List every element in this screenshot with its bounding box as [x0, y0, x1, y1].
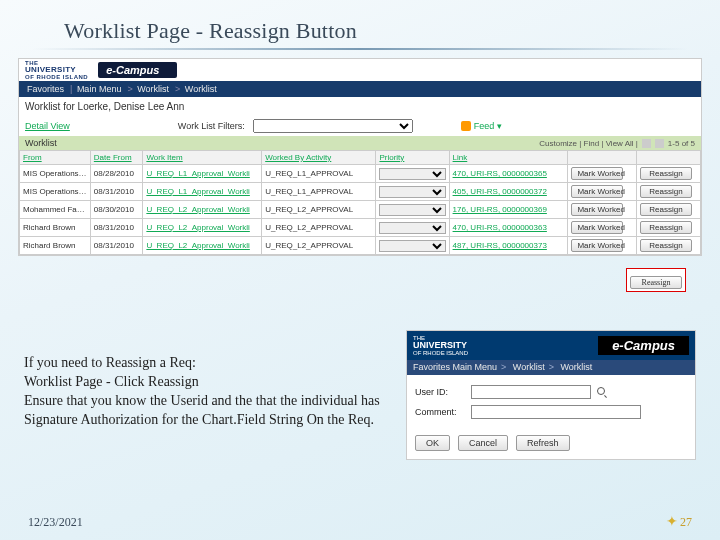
cell-activity: U_REQ_L2_APPROVAL — [262, 237, 376, 255]
reassign-button[interactable]: Reassign — [640, 167, 692, 180]
cell-item: U_REQ_L1_Approval_Workli — [143, 183, 262, 201]
instructions-text: If you need to Reassign a Req: Worklist … — [24, 354, 394, 430]
priority-select[interactable] — [379, 186, 445, 198]
grid-header-bar: Worklist Customize | Find | View All | 1… — [19, 136, 701, 150]
table-row: Richard Brown08/31/2010U_REQ_L2_Approval… — [20, 219, 701, 237]
instruction-line: If you need to Reassign a Req: — [24, 354, 394, 373]
grid-count: 1-5 of 5 — [668, 139, 695, 148]
priority-select[interactable] — [379, 222, 445, 234]
grid-download-icon[interactable] — [655, 139, 664, 148]
crumb2-favorites[interactable]: Favorites — [413, 362, 450, 372]
cell-from: Richard Brown — [20, 237, 91, 255]
cell-item: U_REQ_L2_Approval_Workli — [143, 201, 262, 219]
detail-view-link[interactable]: Detail View — [25, 121, 70, 131]
mark-worked-button[interactable]: Mark Worked — [571, 185, 623, 198]
cell-mark: Mark Worked — [568, 237, 637, 255]
comment-input[interactable] — [471, 405, 641, 419]
crumb-worklist-page[interactable]: Worklist — [185, 84, 217, 94]
col-worked-by-activity[interactable]: Worked By Activity — [262, 151, 376, 165]
work-item-link[interactable]: U_REQ_L1_Approval_Workli — [146, 169, 249, 178]
col-date-from[interactable]: Date From — [90, 151, 143, 165]
cell-priority — [376, 165, 449, 183]
reassign-button[interactable]: Reassign — [640, 221, 692, 234]
worklist-table: From Date From Work Item Worked By Activ… — [19, 150, 701, 255]
cell-link: 487, URI-RS, 0000000373 — [449, 237, 568, 255]
col-from[interactable]: From — [20, 151, 91, 165]
cancel-button[interactable]: Cancel — [458, 435, 508, 451]
work-item-link[interactable]: U_REQ_L2_Approval_Workli — [146, 205, 249, 214]
grid-tools: Customize | Find | View All | 1-5 of 5 — [539, 139, 695, 148]
mark-worked-button[interactable]: Mark Worked — [571, 167, 623, 180]
breadcrumb: Favorites| Main Menu> Worklist> Worklist — [19, 81, 701, 97]
cell-reassign: Reassign — [636, 201, 700, 219]
cell-priority — [376, 201, 449, 219]
cell-reassign: Reassign — [636, 237, 700, 255]
table-row: Richard Brown08/31/2010U_REQ_L2_Approval… — [20, 237, 701, 255]
instruction-line: Ensure that you know the Userid and the … — [24, 392, 394, 430]
filters-label: Work List Filters: — [178, 121, 245, 131]
worklist-filter-select[interactable] — [253, 119, 413, 133]
cell-link: 405, URI-RS, 0000000372 — [449, 183, 568, 201]
row-link[interactable]: 176, URI-RS, 0000000369 — [453, 205, 547, 214]
work-item-link[interactable]: U_REQ_L1_Approval_Workli — [146, 187, 249, 196]
worklist-screenshot: THE UNIVERSITY OF RHODE ISLAND e-Campus … — [18, 58, 702, 256]
reassign-button[interactable]: Reassign — [640, 239, 692, 252]
slide-title: Worklist Page - Reassign Button — [0, 0, 720, 48]
feed-icon — [461, 121, 471, 131]
cell-from: Richard Brown — [20, 219, 91, 237]
ecampus-brand: e-Campus — [98, 62, 177, 78]
crumb2-worklist-page[interactable]: Worklist — [560, 362, 592, 372]
cell-date: 08/31/2010 — [90, 219, 143, 237]
userid-input[interactable] — [471, 385, 591, 399]
grid-tools-text[interactable]: Customize | Find | View All | — [539, 139, 638, 148]
priority-select[interactable] — [379, 168, 445, 180]
mark-worked-button[interactable]: Mark Worked — [571, 221, 623, 234]
grid-zoom-icon[interactable] — [642, 139, 651, 148]
footer-page-number: ✦27 — [666, 513, 692, 530]
cell-priority — [376, 219, 449, 237]
filter-bar: Detail View Work List Filters: Feed ▾ — [19, 116, 701, 136]
table-header-row: From Date From Work Item Worked By Activ… — [20, 151, 701, 165]
cell-link: 176, URI-RS, 0000000369 — [449, 201, 568, 219]
table-row: Mohammed Faghri08/30/2010U_REQ_L2_Approv… — [20, 201, 701, 219]
crumb-worklist[interactable]: Worklist — [137, 84, 169, 94]
dialog-header: THE UNIVERSITY OF RHODE ISLAND e-Campus — [407, 331, 695, 360]
row-link[interactable]: 470, URI-RS, 0000000363 — [453, 223, 547, 232]
feed-link[interactable]: Feed ▾ — [461, 121, 503, 131]
work-item-link[interactable]: U_REQ_L2_Approval_Workli — [146, 241, 249, 250]
crumb-main-menu[interactable]: Main Menu — [77, 84, 122, 94]
cell-date: 08/31/2010 — [90, 237, 143, 255]
app-header: THE UNIVERSITY OF RHODE ISLAND e-Campus — [19, 59, 701, 81]
refresh-button[interactable]: Refresh — [516, 435, 570, 451]
cell-activity: U_REQ_L2_APPROVAL — [262, 219, 376, 237]
cell-activity: U_REQ_L1_APPROVAL — [262, 183, 376, 201]
row-link[interactable]: 470, URI-RS, 0000000365 — [453, 169, 547, 178]
crumb-favorites[interactable]: Favorites — [27, 84, 64, 94]
row-link[interactable]: 405, URI-RS, 0000000372 — [453, 187, 547, 196]
col-priority[interactable]: Priority — [376, 151, 449, 165]
lookup-icon[interactable] — [597, 387, 607, 397]
mark-worked-button[interactable]: Mark Worked — [571, 239, 623, 252]
work-item-link[interactable]: U_REQ_L2_Approval_Workli — [146, 223, 249, 232]
priority-select[interactable] — [379, 204, 445, 216]
reassign-button[interactable]: Reassign — [640, 203, 692, 216]
mark-worked-button[interactable]: Mark Worked — [571, 203, 623, 216]
cell-item: U_REQ_L2_Approval_Workli — [143, 219, 262, 237]
reassign-dialog-screenshot: THE UNIVERSITY OF RHODE ISLAND e-Campus … — [406, 330, 696, 460]
cell-reassign: Reassign — [636, 165, 700, 183]
ecampus-brand-small: e-Campus — [598, 336, 689, 355]
instruction-line: Worklist Page - Click Reassign — [24, 373, 394, 392]
cell-reassign: Reassign — [636, 219, 700, 237]
university-logo-small: THE UNIVERSITY OF RHODE ISLAND — [413, 335, 468, 356]
col-link[interactable]: Link — [449, 151, 568, 165]
row-link[interactable]: 487, URI-RS, 0000000373 — [453, 241, 547, 250]
priority-select[interactable] — [379, 240, 445, 252]
reassign-button[interactable]: Reassign — [640, 185, 692, 198]
col-work-item[interactable]: Work Item — [143, 151, 262, 165]
cell-from: MIS Operations Scheduler — [20, 183, 91, 201]
crumb2-worklist[interactable]: Worklist — [513, 362, 545, 372]
ok-button[interactable]: OK — [415, 435, 450, 451]
reassign-button-callout[interactable]: Reassign — [630, 276, 682, 289]
cell-link: 470, URI-RS, 0000000363 — [449, 219, 568, 237]
crumb2-main-menu[interactable]: Main Menu — [453, 362, 498, 372]
